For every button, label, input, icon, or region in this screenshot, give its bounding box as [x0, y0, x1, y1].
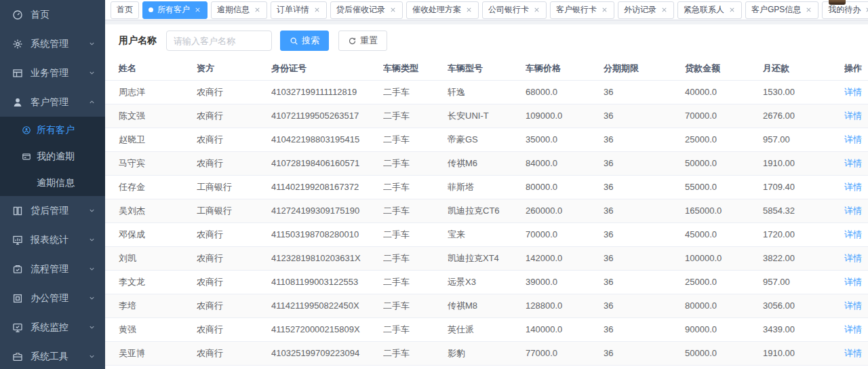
cell-loan-amount: 25000.0 [685, 270, 763, 294]
search-input[interactable] [166, 31, 272, 51]
tab[interactable]: 客户银行卡 [550, 1, 614, 19]
sidebar-item[interactable]: 办公管理 [0, 284, 105, 313]
detail-link[interactable]: 详情 [844, 277, 862, 287]
cell-vehicle-model: 传祺M8 [448, 294, 526, 317]
detail-link[interactable]: 详情 [844, 206, 862, 216]
sidebar-item[interactable]: 首页 [0, 0, 105, 29]
cell-funder [197, 365, 271, 369]
cell-loan-amount: 90000.0 [685, 317, 763, 341]
tab-label: 所有客户 [157, 4, 190, 16]
cell-name: 马守宾 [105, 151, 197, 175]
tab-label: 公司银行卡 [488, 4, 529, 16]
chevron-down-icon [88, 207, 96, 214]
cell-vehicle-price: 109000.0 [526, 104, 604, 128]
sidebar-subitem[interactable]: 我的逾期 [0, 143, 105, 170]
cell-monthly-payment: 5854.32 [763, 199, 844, 222]
cell-vehicle-price: 77000.0 [526, 341, 604, 365]
detail-link[interactable]: 详情 [844, 229, 862, 239]
cell-installment-term: 36 [604, 270, 685, 294]
sidebar-item-label: 系统管理 [31, 38, 88, 50]
table-row: 吴刘杰工商银行412724199309175190二手车凯迪拉克CT626000… [105, 199, 868, 222]
sidebar-item[interactable]: 系统工具 [0, 342, 105, 369]
detail-link[interactable]: 详情 [844, 324, 862, 334]
cell-vehicle-model: 轩逸 [448, 80, 526, 104]
sidebar-item-label: 系统工具 [31, 351, 88, 363]
cell-loan-amount: 25000.0 [685, 128, 763, 151]
cell-installment-term: 36 [604, 294, 685, 317]
cell-vehicle-model [448, 365, 526, 369]
tab-label: 订单详情 [277, 4, 309, 16]
sidebar-subitem[interactable]: 所有客户 [0, 117, 105, 143]
tab[interactable]: 催收处理方案 [406, 1, 479, 19]
detail-link[interactable]: 详情 [844, 348, 862, 358]
cell-name: 刘凯 [105, 246, 197, 270]
workflow-icon [12, 264, 23, 275]
table-row: 刘凯农商行41232819810203631X二手车凯迪拉克XT4142000.… [105, 246, 868, 270]
table-row: 陈文强农商行410721199505263517二手车长安UNI-T109000… [105, 104, 868, 128]
detail-link[interactable]: 详情 [844, 182, 862, 192]
close-icon [194, 6, 201, 14]
cell-name: 李培 [105, 294, 197, 317]
cell-vehicle-type: 二手车 [383, 246, 448, 270]
sidebar-item[interactable]: 系统管理 [0, 29, 105, 58]
cell-action [844, 365, 868, 369]
cell-installment-term [604, 365, 685, 369]
detail-link[interactable]: 详情 [844, 134, 862, 144]
close-icon [389, 6, 397, 14]
cell-vehicle-type [383, 365, 448, 369]
sidebar-item-label: 系统监控 [31, 322, 88, 334]
table-row [105, 365, 868, 369]
cell-vehicle-type: 二手车 [383, 199, 448, 222]
table-header-row: 姓名资方身份证号车辆类型车辆型号车辆价格分期期限贷款金额月还款操作 [105, 57, 868, 80]
tab[interactable]: 首页 [111, 1, 139, 19]
tab[interactable]: 公司银行卡 [482, 1, 547, 19]
cell-vehicle-type: 二手车 [383, 80, 448, 104]
sidebar-subitem-label: 所有客户 [37, 124, 75, 136]
chevron-down-icon [88, 324, 96, 331]
cell-vehicle-price [526, 365, 604, 369]
reset-button[interactable]: 重置 [338, 31, 387, 51]
cell-vehicle-type: 二手车 [383, 175, 448, 199]
cell-vehicle-type: 二手车 [383, 341, 448, 365]
tab[interactable]: 所有客户 [142, 1, 208, 19]
tab[interactable]: 外访记录 [618, 1, 674, 19]
detail-link[interactable]: 详情 [844, 111, 862, 121]
sidebar-item-label: 首页 [31, 9, 96, 21]
sidebar-item-label: 业务管理 [31, 67, 88, 79]
cell-vehicle-model: 菲斯塔 [448, 175, 526, 199]
sidebar-item[interactable]: 系统监控 [0, 313, 105, 342]
tab-label: 客户GPS信息 [751, 4, 801, 16]
tab[interactable]: 贷后催收记录 [330, 1, 403, 19]
sidebar-subitem[interactable]: 逾期信息 [0, 170, 105, 196]
active-tab-dot [149, 7, 153, 12]
sidebar-item[interactable]: 贷后管理 [0, 196, 105, 225]
sidebar-item[interactable]: 流程管理 [0, 254, 105, 284]
search-button[interactable]: 搜索 [280, 31, 329, 51]
cell-loan-amount: 45000.0 [685, 222, 763, 246]
columns-icon [12, 206, 23, 216]
detail-link[interactable]: 详情 [844, 87, 862, 97]
sidebar-item[interactable]: 客户管理 [0, 88, 105, 117]
detail-link[interactable]: 详情 [844, 300, 862, 311]
cell-funder: 农商行 [197, 246, 271, 270]
detail-link[interactable]: 详情 [844, 158, 862, 168]
avatar[interactable] [829, 0, 846, 5]
cell-vehicle-model: 宝来 [448, 222, 526, 246]
sidebar-item[interactable]: 业务管理 [0, 58, 105, 88]
cell-vehicle-model: 凯迪拉克CT6 [448, 199, 526, 222]
tab[interactable]: 客户GPS信息 [745, 1, 818, 19]
cell-installment-term: 36 [604, 222, 685, 246]
tab-label: 逾期信息 [217, 4, 250, 16]
cell-vehicle-price: 80000.0 [526, 175, 604, 199]
tab[interactable]: 紧急联系人 [677, 1, 742, 19]
sidebar-item[interactable]: 报表统计 [0, 225, 105, 254]
chevron-down-icon [88, 265, 96, 273]
close-icon [865, 6, 868, 14]
tab[interactable]: 订单详情 [271, 1, 327, 19]
tab[interactable]: 逾期信息 [211, 1, 267, 19]
cell-action: 详情 [844, 270, 868, 294]
cell-action: 详情 [844, 317, 868, 341]
detail-link[interactable]: 详情 [844, 253, 862, 263]
close-icon [601, 6, 608, 14]
column-header: 月还款 [763, 57, 844, 80]
